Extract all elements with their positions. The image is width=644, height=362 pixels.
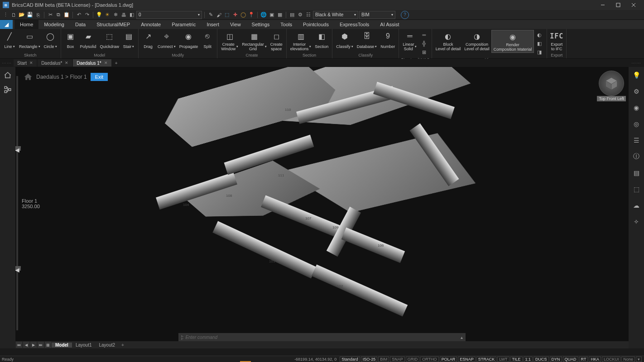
ribbon-tool-quickdraw[interactable]: ⬚Quickdraw <box>98 30 121 52</box>
prev-layout-button[interactable]: ◀ <box>23 342 29 348</box>
close-tab-icon[interactable]: ✕ <box>65 61 68 65</box>
ribbon-tool-rendercompositionmaterial[interactable]: ◉RenderComposition Material <box>491 30 534 53</box>
menu-tab-home[interactable]: Home <box>14 20 38 29</box>
view-small-icon[interactable]: ◨ <box>535 48 544 56</box>
redo-icon[interactable]: ↷ <box>83 11 91 19</box>
status-toggle-dyn[interactable]: DYN <box>550 357 562 362</box>
sheet-icon[interactable]: ▤ <box>288 11 296 19</box>
cube-icon[interactable]: ▣ <box>268 11 275 19</box>
paste-icon[interactable]: 📋 <box>63 11 70 19</box>
layers-stack-icon[interactable]: ☰ <box>631 135 642 146</box>
save-icon[interactable]: 💾 <box>26 11 34 19</box>
ribbon-tool-drag[interactable]: ↗Drag <box>140 30 156 52</box>
status-toggle-tile[interactable]: TILE <box>510 357 523 362</box>
home-icon[interactable] <box>24 72 33 81</box>
status-toggle-rt[interactable]: RT <box>579 357 588 362</box>
layout-tab-model[interactable]: Model <box>52 343 72 348</box>
layout-tab-layout2[interactable]: Layout2 <box>95 343 119 348</box>
menu-tab-pointclouds[interactable]: Pointclouds <box>298 20 334 29</box>
small-tool-icon[interactable]: ═ <box>419 31 428 39</box>
workspace-dropdown[interactable]: BIM▾ <box>359 11 395 19</box>
ribbon-tool-section[interactable]: ◧Section <box>313 30 330 52</box>
status-toggle-quad[interactable]: QUAD <box>563 357 578 362</box>
layer-dropdown[interactable]: 0▾ <box>136 11 202 19</box>
ribbon-tool-rectangulargrid[interactable]: ▦RectangularGrid▾ <box>240 30 269 52</box>
add-layout-button[interactable]: + <box>119 343 127 348</box>
globe-icon[interactable]: 🌐 <box>260 11 267 19</box>
undo-icon[interactable]: ↶ <box>75 11 82 19</box>
box-3d-icon[interactable]: ⬚ <box>631 184 642 195</box>
ribbon-tool-propagate[interactable]: ◉Propagate <box>178 30 200 52</box>
minimize-button[interactable] <box>595 0 610 10</box>
match-icon[interactable]: ✎ <box>207 11 214 19</box>
gear-icon[interactable]: ⚙ <box>297 11 304 19</box>
close-tab-icon[interactable]: ✕ <box>104 61 108 65</box>
ribbon-tool-database[interactable]: 🗄Database▾ <box>355 30 379 52</box>
layer-states-icon[interactable]: ☷ <box>305 11 312 19</box>
view-small-icon[interactable]: ◐ <box>535 31 544 39</box>
status-toggle-hka[interactable]: HKA <box>589 357 601 362</box>
status-toggle-ducs[interactable]: DUCS <box>533 357 549 362</box>
menu-tab-data[interactable]: Data <box>70 20 91 29</box>
save-all-icon[interactable]: ⎘ <box>34 11 42 19</box>
view-cube[interactable] <box>599 71 624 96</box>
menu-tab-settings[interactable]: Settings <box>246 20 275 29</box>
building-model[interactable]: 104 108 110 111 107 109 106 101 102 <box>120 71 464 334</box>
status-units[interactable]: Standard <box>340 357 360 362</box>
command-expand-icon[interactable]: ▴ <box>461 335 463 340</box>
view-small-icon[interactable]: ◧ <box>535 39 544 48</box>
structure-tree-icon[interactable] <box>2 84 13 95</box>
ribbon-tool-stair[interactable]: ▤Stair▾ <box>121 30 136 52</box>
menu-tab-expresstools[interactable]: ExpressTools <box>334 20 375 29</box>
brush-icon[interactable]: 🖌 <box>215 11 222 19</box>
document-tab[interactable]: Daedalus*✕ <box>38 59 72 67</box>
add-document-button[interactable]: + <box>112 61 120 66</box>
visibility-icon[interactable]: ◎ <box>631 119 642 129</box>
status-iso[interactable]: ISO-25 <box>361 357 378 362</box>
cloud-icon[interactable]: ☁ <box>631 200 642 211</box>
status-toggle-esnap[interactable]: ESNAP <box>458 357 476 362</box>
crosshair-icon[interactable]: ✚ <box>231 11 239 19</box>
grid-icon[interactable]: ▦ <box>276 11 284 19</box>
help-icon[interactable]: ? <box>401 11 409 19</box>
lasso-icon[interactable]: ◯ <box>240 11 247 19</box>
menu-tab-aiassist[interactable]: AI Assist <box>375 20 404 29</box>
status-toggle-ortho[interactable]: ORTHO <box>420 357 438 362</box>
menu-tab-parametric[interactable]: Parametric <box>166 20 201 29</box>
status-toggle-11[interactable]: 1:1 <box>524 357 533 362</box>
pin-icon[interactable]: ✧ <box>631 216 642 227</box>
menu-tab-tools[interactable]: Tools <box>275 20 298 29</box>
lightbulb-icon[interactable]: 💡 <box>631 70 642 81</box>
exit-button[interactable]: Exit <box>91 73 108 81</box>
status-caret-icon[interactable]: ▾ <box>636 357 642 362</box>
text-cursor-icon[interactable]: Ⓘ <box>631 151 642 162</box>
ribbon-tool-rectangle[interactable]: ▭Rectangle▾ <box>17 30 42 52</box>
menu-tab-structuralmep[interactable]: Structural/MEP <box>91 20 135 29</box>
section-level-slider[interactable]: ◄ ◄ <box>16 76 18 330</box>
ribbon-tool-box[interactable]: ▣Box <box>63 30 78 52</box>
status-toggle-bim[interactable]: BIM <box>378 357 389 362</box>
viewport-3d[interactable]: ◄ ◄ Daedalus 1 > Floor 1 Exit Floor 1 32… <box>15 67 629 348</box>
dock-handle-icon[interactable]: ⋯⋯ <box>631 61 641 66</box>
first-layout-button[interactable]: ⏮ <box>16 342 22 348</box>
ribbon-tool-split[interactable]: ⎋Split <box>200 30 215 52</box>
status-toggle-snap[interactable]: SNAP <box>390 357 405 362</box>
status-current-layer[interactable]: None <box>621 357 635 362</box>
marker-icon[interactable]: 📍 <box>248 11 255 19</box>
close-tab-icon[interactable]: ✕ <box>29 61 33 65</box>
ribbon-tool-blocklevelofdetail[interactable]: ◐BlockLevel of detail <box>434 30 463 52</box>
status-toggle-lockui[interactable]: LOCKUI <box>602 357 621 362</box>
select-icon[interactable]: ⬚ <box>223 11 231 19</box>
ribbon-tool-compositionlevelofdetail[interactable]: ◑CompositionLevel of detail <box>462 30 491 52</box>
ribbon-tool-line[interactable]: ╱Line▾ <box>2 30 17 52</box>
ribbon-tool-classify[interactable]: ⬢Classify▾ <box>334 30 355 52</box>
ribbon-tool-linearsolid[interactable]: ═LinearSolid▾ <box>401 30 418 52</box>
light-icon[interactable]: 💡 <box>96 11 103 19</box>
visual-style-dropdown[interactable]: Black & White▾ <box>313 11 358 19</box>
maximize-button[interactable] <box>610 0 626 10</box>
slider-thumb-lower[interactable]: ◄ <box>15 266 21 271</box>
ribbon-tool-createspace[interactable]: ◻Createspace <box>269 30 284 52</box>
small-tool-icon[interactable]: ⊞ <box>419 48 428 56</box>
status-toggle-polar[interactable]: POLAR <box>440 357 457 362</box>
status-toggle-lwt[interactable]: LWT <box>497 357 509 362</box>
